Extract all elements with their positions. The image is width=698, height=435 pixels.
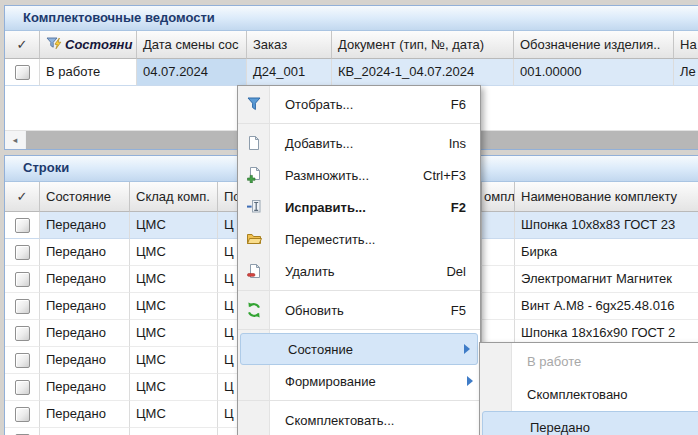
column-header-component-name[interactable]: Наименование комплекту	[515, 182, 698, 212]
column-header-label: Документ (тип, №, дата)	[338, 37, 484, 52]
submenu-arrow-icon	[467, 376, 473, 386]
row-checkbox[interactable]	[15, 272, 30, 287]
cell-select[interactable]	[5, 428, 40, 435]
row-checkbox[interactable]	[15, 299, 30, 314]
column-header-order[interactable]: Заказ	[247, 31, 332, 59]
cell-select[interactable]	[5, 266, 40, 293]
cell-state[interactable]: Передано	[40, 293, 130, 320]
cell-state[interactable]: В работе	[40, 59, 137, 86]
cell-document[interactable]: КВ_2024-1_04.07.2024	[332, 59, 514, 86]
menu-item-delete[interactable]: УдалитьDel	[238, 255, 480, 287]
cell-warehouse[interactable]: ЦМС	[130, 374, 218, 401]
cell-select[interactable]	[5, 347, 40, 374]
row-checkbox[interactable]	[15, 353, 30, 368]
column-header-select[interactable]: ✓	[5, 31, 40, 59]
cell-product[interactable]: 001.00000	[514, 59, 674, 86]
menu-item-refresh[interactable]: ОбновитьF5	[238, 294, 480, 326]
arrow-left-icon: ◂	[13, 135, 18, 145]
column-header-state-date[interactable]: Дата смены сос	[137, 31, 247, 59]
menu-separator	[238, 329, 480, 330]
row-checkbox[interactable]	[15, 245, 30, 260]
cell-select[interactable]	[5, 239, 40, 266]
column-header-label: Обозначение изделия..	[520, 37, 660, 52]
cell-warehouse[interactable]: ЦМС	[130, 239, 218, 266]
cell-state[interactable]: Передано	[40, 320, 130, 347]
cell-select[interactable]	[5, 59, 40, 86]
menu-item-state-completed[interactable]: Скомплектовано	[480, 378, 698, 411]
cell-component[interactable]	[482, 293, 515, 320]
menu-item-accelerator: Del	[446, 264, 466, 279]
cell-warehouse[interactable]: ЦМС	[130, 266, 218, 293]
row-checkbox[interactable]	[15, 65, 30, 80]
table-row[interactable]: В работе04.07.2024Д24_001КВ_2024-1_04.07…	[5, 59, 698, 86]
column-header-state[interactable]: Состояние	[40, 182, 130, 212]
row-checkbox[interactable]	[15, 326, 30, 341]
column-header-label: Наименование комплекту	[521, 189, 677, 204]
edit-icon	[238, 199, 269, 215]
row-checkbox[interactable]	[15, 380, 30, 395]
menu-item-accelerator: F5	[451, 303, 466, 318]
cell-state[interactable]: Передано	[40, 374, 130, 401]
cell-select[interactable]	[5, 401, 40, 428]
cell-warehouse[interactable]: ЦМС	[130, 401, 218, 428]
menu-item-label: Отобрать...	[285, 97, 353, 112]
menu-item-add[interactable]: Добавить...Ins	[238, 127, 480, 159]
column-header-state[interactable]: Состояни	[40, 31, 137, 59]
menu-separator	[238, 123, 480, 124]
cell-warehouse[interactable]: ЦМС	[130, 320, 218, 347]
menu-item-state[interactable]: Состояние	[240, 333, 478, 365]
table-header-row: ✓СостояниДата смены сосЗаказДокумент (ти…	[5, 31, 698, 59]
column-header-product[interactable]: Обозначение изделия..	[514, 31, 674, 59]
column-header-warehouse[interactable]: Склад комп.	[130, 182, 218, 212]
column-header-name[interactable]: На	[674, 31, 698, 59]
cell-warehouse[interactable]: ЦМС	[130, 212, 218, 239]
row-checkbox[interactable]	[15, 407, 30, 422]
cell-component-name[interactable]: Бирка	[515, 239, 698, 266]
state-submenu-items: В работеСкомплектованоПередано	[480, 345, 698, 435]
cell-state-date[interactable]: 04.07.2024	[137, 59, 247, 86]
column-header-component[interactable]: омпле	[482, 182, 515, 212]
cell-component[interactable]	[482, 212, 515, 239]
cell-state[interactable]: Передано	[40, 428, 130, 435]
cell-component[interactable]	[482, 239, 515, 266]
menu-item-edit[interactable]: Исправить...F2	[238, 191, 480, 223]
column-header-select[interactable]: ✓	[5, 182, 40, 212]
cell-warehouse[interactable]: ЦМС	[130, 347, 218, 374]
copy-page-icon	[238, 167, 269, 183]
cell-state[interactable]: Передано	[40, 266, 130, 293]
row-checkbox[interactable]	[15, 218, 30, 233]
menu-item-accelerator: F6	[451, 97, 466, 112]
cell-select[interactable]	[5, 320, 40, 347]
column-header-label: На	[680, 37, 697, 52]
cell-select[interactable]	[5, 293, 40, 320]
menu-item-duplicate[interactable]: Размножить...Ctrl+F3	[238, 159, 480, 191]
cell-component-name[interactable]: Электромагнит Магнитек	[515, 266, 698, 293]
cell-select[interactable]	[5, 374, 40, 401]
panel-vedomosti-titlebar: Комплектовочные ведомости	[5, 6, 698, 31]
cell-name[interactable]: Ле	[674, 59, 698, 86]
cell-select[interactable]	[5, 212, 40, 239]
cell-warehouse[interactable]: ЦМС	[130, 428, 218, 435]
menu-item-state-in-work[interactable]: В работе	[480, 345, 698, 378]
cell-state[interactable]: Передано	[40, 401, 130, 428]
menu-item-complete[interactable]: Скомплектовать...	[238, 404, 480, 435]
column-header-label: омпле	[484, 189, 515, 204]
cell-component-name[interactable]: Шпонка 10х8х83 ГОСТ 23	[515, 212, 698, 239]
menu-item-filter[interactable]: Отобрать...F6	[238, 88, 480, 120]
cell-component-name[interactable]: Винт А.М8 - 6gx25.48.016	[515, 293, 698, 320]
column-header-document[interactable]: Документ (тип, №, дата)	[332, 31, 514, 59]
menu-item-label: Обновить	[285, 303, 344, 318]
menu-item-label: Удалить	[285, 264, 335, 279]
scroll-left-button[interactable]: ◂	[5, 131, 25, 149]
cell-state[interactable]: Передано	[40, 212, 130, 239]
cell-component[interactable]	[482, 266, 515, 293]
context-menu: Отобрать...F6Добавить...InsРазмножить...…	[237, 85, 481, 435]
menu-item-state-transferred[interactable]: Передано	[482, 411, 698, 435]
cell-order[interactable]: Д24_001	[247, 59, 332, 86]
cell-state[interactable]: Передано	[40, 239, 130, 266]
menu-item-move[interactable]: Переместить...	[238, 223, 480, 255]
menu-item-label: Формирование	[285, 374, 376, 389]
cell-warehouse[interactable]: ЦМС	[130, 293, 218, 320]
cell-state[interactable]: Передано	[40, 347, 130, 374]
menu-item-formation[interactable]: Формирование	[238, 365, 480, 397]
